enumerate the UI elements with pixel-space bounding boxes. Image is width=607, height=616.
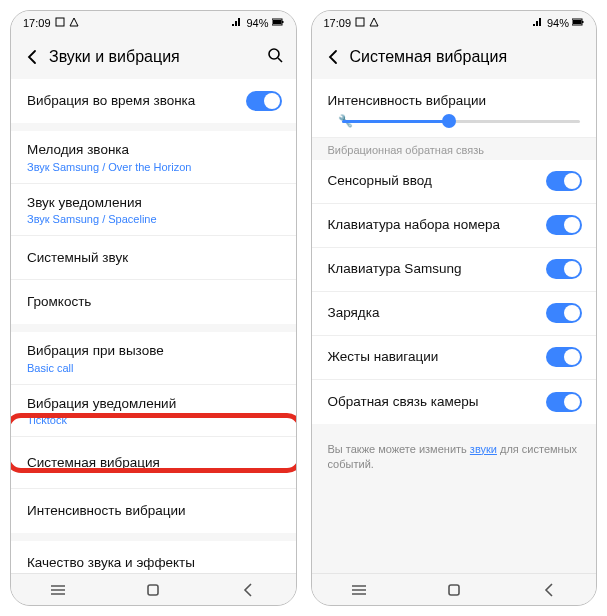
- status-icon: [69, 17, 79, 29]
- row-vibration-intensity[interactable]: Интенсивность вибрации: [11, 489, 296, 533]
- battery-text: 94%: [547, 17, 569, 29]
- toggle-switch[interactable]: [546, 392, 582, 412]
- footer-text: Вы также можете изменить: [328, 443, 470, 455]
- nav-home[interactable]: [434, 582, 474, 598]
- settings-list[interactable]: Интенсивность вибрации 🔧 Вибрационная об…: [312, 79, 597, 573]
- battery-text: 94%: [246, 17, 268, 29]
- row-label: Интенсивность вибрации: [27, 502, 280, 520]
- row-system-vibration[interactable]: Системная вибрация: [11, 437, 296, 489]
- row-label: Вибрация во время звонка: [27, 92, 280, 110]
- battery-icon: [572, 17, 584, 29]
- svg-marker-1: [70, 18, 78, 26]
- toggle-switch[interactable]: [546, 171, 582, 191]
- row-label: Звук уведомления: [27, 194, 280, 212]
- row-label: Зарядка: [328, 304, 581, 322]
- row-label: Клавиатура Samsung: [328, 260, 581, 278]
- row-subtitle: Basic call: [27, 362, 280, 374]
- row-toggle[interactable]: Клавиатура набора номера: [312, 204, 597, 248]
- svg-rect-19: [449, 585, 459, 595]
- nav-home[interactable]: [133, 582, 173, 598]
- row-notification-sound[interactable]: Звук уведомления Звук Samsung / Spacelin…: [11, 184, 296, 237]
- status-bar: 17:09 94%: [11, 11, 296, 35]
- status-icon: [355, 17, 365, 29]
- row-toggle[interactable]: Жесты навигации: [312, 336, 597, 380]
- nav-back[interactable]: [228, 582, 268, 598]
- svg-rect-3: [282, 21, 284, 23]
- status-time: 17:09: [324, 17, 352, 29]
- svg-point-5: [269, 49, 279, 59]
- search-button[interactable]: [266, 46, 284, 68]
- row-vibrate-on-call[interactable]: Вибрация во время звонка: [11, 79, 296, 123]
- nav-back[interactable]: [529, 582, 569, 598]
- row-toggle[interactable]: Сенсорный ввод: [312, 160, 597, 204]
- row-notification-vibration[interactable]: Вибрация уведомлений Ticktock: [11, 385, 296, 438]
- row-label: Интенсивность вибрации: [328, 93, 487, 108]
- status-icon: [55, 17, 65, 29]
- row-subtitle: Ticktock: [27, 414, 280, 426]
- row-label: Сенсорный ввод: [328, 172, 581, 190]
- svg-rect-11: [356, 18, 364, 26]
- title-bar: Звуки и вибрация: [11, 35, 296, 79]
- toggle-switch[interactable]: [546, 259, 582, 279]
- row-toggle[interactable]: Зарядка: [312, 292, 597, 336]
- row-label: Жесты навигации: [328, 348, 581, 366]
- row-label: Обратная связь камеры: [328, 393, 581, 411]
- nav-bar: [312, 573, 597, 605]
- back-button[interactable]: [23, 49, 43, 65]
- section-header: Вибрационная обратная связь: [312, 138, 597, 160]
- slider-thumb[interactable]: [442, 114, 456, 128]
- back-button[interactable]: [324, 49, 344, 65]
- row-toggle[interactable]: Клавиатура Samsung: [312, 248, 597, 292]
- row-system-sound[interactable]: Системный звук: [11, 236, 296, 280]
- toggle-switch[interactable]: [246, 91, 282, 111]
- row-ringtone[interactable]: Мелодия звонка Звук Samsung / Over the H…: [11, 131, 296, 184]
- svg-rect-0: [56, 18, 64, 26]
- svg-rect-14: [582, 21, 584, 23]
- title-bar: Системная вибрация: [312, 35, 597, 79]
- page-title: Системная вибрация: [350, 48, 508, 66]
- intensity-slider[interactable]: 🔧: [342, 120, 581, 123]
- phone-left: 17:09 94% Звуки и вибрация: [10, 10, 297, 606]
- row-label: Клавиатура набора номера: [328, 216, 581, 234]
- svg-rect-10: [148, 585, 158, 595]
- settings-list[interactable]: Вибрация во время звонка Мелодия звонка …: [11, 79, 296, 573]
- slider-fill: [342, 120, 449, 123]
- svg-marker-12: [370, 18, 378, 26]
- row-volume[interactable]: Громкость: [11, 280, 296, 324]
- nav-bar: [11, 573, 296, 605]
- row-subtitle: Звук Samsung / Spaceline: [27, 213, 280, 225]
- svg-rect-15: [573, 20, 582, 24]
- row-label: Качество звука и эффекты: [27, 554, 280, 572]
- signal-icon: [532, 17, 544, 29]
- status-time: 17:09: [23, 17, 51, 29]
- row-label: Вибрация при вызове: [27, 342, 280, 360]
- toggle-switch[interactable]: [546, 347, 582, 367]
- svg-rect-4: [273, 20, 282, 24]
- row-vibration-intensity[interactable]: Интенсивность вибрации 🔧: [312, 79, 597, 138]
- signal-icon: [231, 17, 243, 29]
- row-label: Мелодия звонка: [27, 141, 280, 159]
- status-icon: [369, 17, 379, 29]
- nav-recents[interactable]: [339, 583, 379, 597]
- footer-note: Вы также можете изменить звуки для систе…: [312, 432, 597, 483]
- row-label: Системный звук: [27, 249, 280, 267]
- row-label: Системная вибрация: [27, 454, 280, 472]
- row-sound-quality[interactable]: Качество звука и эффекты: [11, 541, 296, 573]
- nav-recents[interactable]: [38, 583, 78, 597]
- row-call-vibration[interactable]: Вибрация при вызове Basic call: [11, 332, 296, 385]
- row-label: Вибрация уведомлений: [27, 395, 280, 413]
- toggle-switch[interactable]: [546, 303, 582, 323]
- row-toggle[interactable]: Обратная связь камеры: [312, 380, 597, 424]
- row-subtitle: Звук Samsung / Over the Horizon: [27, 161, 280, 173]
- phone-right: 17:09 94% Системная вибрация Интенсивнос…: [311, 10, 598, 606]
- status-bar: 17:09 94%: [312, 11, 597, 35]
- battery-icon: [272, 17, 284, 29]
- footer-link[interactable]: звуки: [470, 443, 497, 455]
- page-title: Звуки и вибрация: [49, 48, 180, 66]
- svg-line-6: [278, 58, 282, 62]
- row-label: Громкость: [27, 293, 280, 311]
- toggle-switch[interactable]: [546, 215, 582, 235]
